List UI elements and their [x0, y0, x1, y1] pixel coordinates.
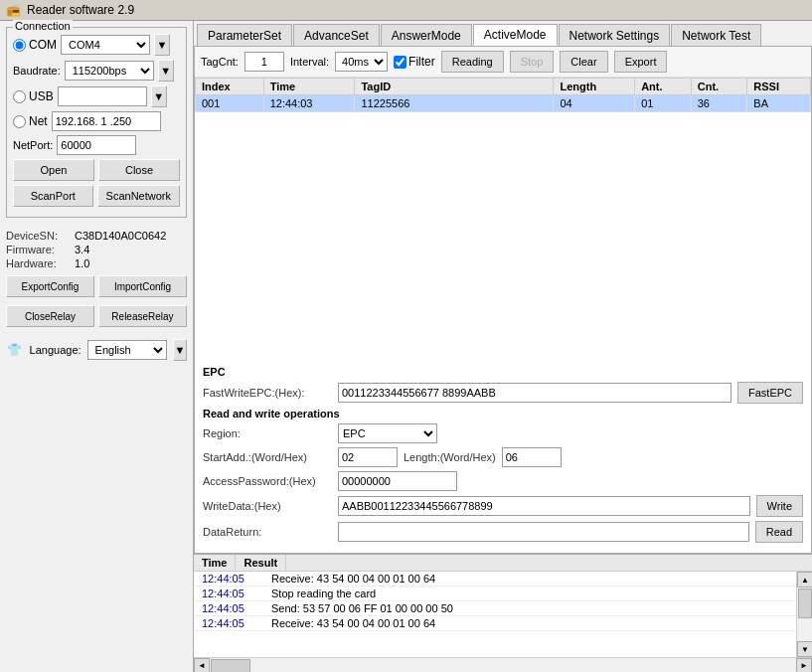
export-config-button[interactable]: ExportConfig — [6, 275, 94, 297]
access-pwd-row: AccessPassword:(Hex) — [203, 471, 803, 491]
col-cnt: Cnt. — [691, 79, 747, 95]
fast-write-input[interactable] — [338, 383, 731, 403]
tab-networksettings[interactable]: Network Settings — [559, 24, 671, 46]
filter-checkbox-label[interactable]: Filter — [394, 55, 435, 69]
connection-group: Connection COM COM4 ▼ Baudrate: 115200bp… — [6, 27, 187, 218]
close-button[interactable]: Close — [98, 159, 180, 181]
tab-advanceset[interactable]: AdvanceSet — [293, 24, 380, 46]
usb-dropdown-btn[interactable]: ▼ — [151, 85, 167, 107]
scroll-up-btn[interactable]: ▲ — [797, 572, 812, 588]
close-relay-button[interactable]: CloseRelay — [6, 305, 94, 327]
baudrate-select[interactable]: 115200bps — [65, 61, 154, 81]
firmware-label: Firmware: — [6, 244, 71, 255]
write-button[interactable]: Write — [756, 495, 803, 517]
toolbar: TagCnt: Interval: 40ms Filter Reading St… — [195, 47, 811, 78]
fast-write-row: FastWriteEPC:(Hex): FastEPC — [203, 382, 803, 404]
startadd-label: StartAdd.:(Word/Hex) — [203, 451, 332, 463]
log-result: Send: 53 57 00 06 FF 01 00 00 00 50 — [263, 601, 796, 615]
col-ant: Ant. — [635, 79, 692, 95]
net-radio[interactable] — [13, 115, 26, 128]
filter-checkbox[interactable] — [394, 56, 406, 69]
data-return-label: DataReturn: — [203, 526, 332, 538]
left-panel: Connection COM COM4 ▼ Baudrate: 115200bp… — [0, 21, 194, 672]
baudrate-label: Baudrate: — [13, 65, 61, 77]
release-relay-button[interactable]: ReleaseRelay — [98, 305, 187, 327]
col-tagid: TagID — [355, 79, 554, 95]
com-select[interactable]: COM4 — [61, 35, 150, 55]
connection-group-title: Connection — [13, 20, 73, 32]
log-time: 12:44:05 — [194, 616, 263, 630]
import-config-button[interactable]: ImportConfig — [98, 275, 187, 297]
fast-epc-button[interactable]: FastEPC — [737, 382, 803, 404]
tab-networktest[interactable]: Network Test — [671, 24, 761, 46]
cell-length: 04 — [554, 95, 635, 112]
startadd-input[interactable] — [338, 447, 398, 467]
cell-cnt: 36 — [691, 95, 747, 112]
data-table: Index Time TagID Length Ant. Cnt. RSSI 0… — [195, 78, 811, 360]
tab-answermode[interactable]: AnswerMode — [381, 24, 472, 46]
export-button[interactable]: Export — [614, 51, 668, 73]
scroll-down-btn[interactable]: ▼ — [797, 641, 812, 657]
language-dropdown-btn[interactable]: ▼ — [173, 339, 187, 361]
access-pwd-input[interactable] — [338, 471, 457, 491]
startadd-row: StartAdd.:(Word/Hex) Length:(Word/Hex) — [203, 447, 803, 467]
log-panel: Time Result 12:44:05Receive: 43 54 00 04… — [194, 554, 812, 672]
firmware-value: 3.4 — [75, 244, 89, 255]
log-hscrollbar[interactable]: ◄ ► — [194, 657, 812, 672]
log-scrollbar[interactable]: ▲ ▼ — [796, 572, 812, 657]
cell-tagId: 11225566 — [355, 95, 554, 112]
usb-radio-label[interactable]: USB — [13, 89, 54, 103]
log-row: 12:44:05Receive: 43 54 00 04 00 01 00 64 — [194, 616, 796, 631]
log-row: 12:44:05Send: 53 57 00 06 FF 01 00 00 00… — [194, 601, 796, 616]
hardware-label: Hardware: — [6, 257, 71, 269]
length-input[interactable] — [502, 447, 562, 467]
net-input[interactable] — [52, 111, 161, 131]
tab-activemode[interactable]: ActiveMode — [473, 24, 558, 46]
rw-ops-title: Read and write operations — [203, 408, 803, 420]
tab-bar: ParameterSet AdvanceSet AnswerMode Activ… — [194, 21, 812, 47]
netport-input[interactable] — [57, 135, 136, 155]
net-radio-label[interactable]: Net — [13, 114, 48, 128]
log-header: Time Result — [194, 555, 812, 572]
log-result: Stop reading the card — [263, 587, 796, 600]
tagcnt-label: TagCnt: — [201, 56, 239, 68]
log-result: Receive: 43 54 00 04 00 01 00 64 — [263, 616, 796, 630]
open-button[interactable]: Open — [13, 159, 94, 181]
table-row[interactable]: 00112:44:0311225566040136BA — [196, 95, 811, 112]
col-length: Length — [554, 79, 635, 95]
fast-write-label: FastWriteEPC:(Hex): — [203, 387, 332, 399]
hscroll-left-btn[interactable]: ◄ — [194, 658, 210, 673]
hscroll-right-btn[interactable]: ► — [796, 658, 812, 673]
clear-button[interactable]: Clear — [560, 51, 607, 73]
language-select[interactable]: English — [87, 340, 167, 360]
interval-select[interactable]: 40ms — [335, 52, 388, 72]
baudrate-dropdown-btn[interactable]: ▼ — [158, 60, 174, 82]
language-row: 👕 Language: English ▼ — [6, 339, 187, 361]
scroll-thumb[interactable] — [798, 588, 812, 618]
region-label: Region: — [203, 427, 332, 439]
data-return-input[interactable] — [338, 522, 749, 542]
device-sn-label: DeviceSN: — [6, 230, 71, 242]
write-data-row: WriteData:(Hex) Write — [203, 495, 803, 517]
stop-button[interactable]: Stop — [510, 51, 555, 73]
reading-button[interactable]: Reading — [441, 51, 504, 73]
region-select[interactable]: EPC — [338, 423, 437, 443]
tab-parameterset[interactable]: ParameterSet — [197, 24, 292, 46]
app-icon: 📻 — [6, 3, 21, 17]
tagcnt-input[interactable] — [244, 52, 284, 72]
scan-network-button[interactable]: ScanNetwork — [97, 185, 180, 207]
log-row: 12:44:05Stop reading the card — [194, 587, 796, 601]
write-data-input[interactable] — [338, 496, 750, 516]
usb-input[interactable] — [58, 86, 147, 106]
com-dropdown-btn[interactable]: ▼ — [154, 34, 170, 56]
read-button[interactable]: Read — [755, 521, 803, 543]
scan-port-button[interactable]: ScanPort — [13, 185, 93, 207]
com-radio-label[interactable]: COM — [13, 38, 57, 52]
cell-rssi: BA — [747, 95, 811, 112]
com-radio[interactable] — [13, 39, 26, 52]
device-info: DeviceSN: C38D140A0C0642 Firmware: 3.4 H… — [6, 230, 187, 271]
hscroll-thumb[interactable] — [211, 659, 250, 673]
log-result-header: Result — [236, 555, 286, 571]
length-label: Length:(Word/Hex) — [404, 451, 496, 463]
usb-radio[interactable] — [13, 90, 26, 103]
